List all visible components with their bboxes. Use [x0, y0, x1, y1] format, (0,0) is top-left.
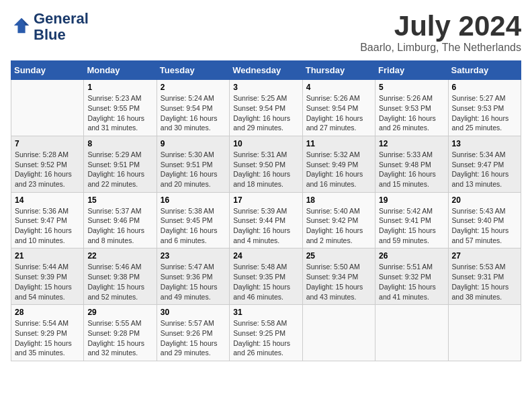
day-cell: 24Sunrise: 5:48 AMSunset: 9:35 PMDayligh… [230, 248, 302, 305]
day-cell: 20Sunrise: 5:43 AMSunset: 9:40 PMDayligh… [448, 192, 521, 248]
day-cell: 6Sunrise: 5:27 AMSunset: 9:53 PMDaylight… [448, 80, 521, 136]
day-number: 8 [87, 139, 152, 148]
header-friday: Friday [375, 61, 448, 80]
day-cell: 3Sunrise: 5:25 AMSunset: 9:54 PMDaylight… [230, 80, 302, 136]
day-detail: Sunrise: 5:55 AMSunset: 9:28 PMDaylight:… [87, 318, 152, 358]
day-cell: 14Sunrise: 5:36 AMSunset: 9:47 PMDayligh… [11, 192, 84, 248]
day-detail: Sunrise: 5:50 AMSunset: 9:34 PMDaylight:… [306, 262, 371, 302]
day-number: 27 [452, 251, 517, 261]
day-detail: Sunrise: 5:53 AMSunset: 9:31 PMDaylight:… [452, 262, 517, 302]
day-cell: 4Sunrise: 5:26 AMSunset: 9:54 PMDaylight… [302, 80, 375, 136]
day-cell: 8Sunrise: 5:29 AMSunset: 9:51 PMDaylight… [84, 136, 157, 192]
day-cell: 27Sunrise: 5:53 AMSunset: 9:31 PMDayligh… [448, 248, 521, 305]
day-detail: Sunrise: 5:42 AMSunset: 9:41 PMDaylight:… [379, 206, 444, 246]
day-cell: 28Sunrise: 5:54 AMSunset: 9:29 PMDayligh… [11, 305, 84, 361]
day-cell [11, 80, 84, 136]
logo-icon [12, 16, 31, 35]
day-detail: Sunrise: 5:39 AMSunset: 9:44 PMDaylight:… [233, 206, 298, 246]
header-saturday: Saturday [448, 61, 521, 80]
day-number: 11 [306, 139, 371, 148]
page-header: General Blue July 2024 Baarlo, Limburg, … [11, 11, 521, 54]
day-detail: Sunrise: 5:27 AMSunset: 9:53 PMDaylight:… [452, 93, 517, 133]
day-detail: Sunrise: 5:34 AMSunset: 9:47 PMDaylight:… [452, 150, 517, 189]
calendar-body: 1Sunrise: 5:23 AMSunset: 9:55 PMDaylight… [11, 80, 521, 361]
day-cell: 21Sunrise: 5:44 AMSunset: 9:39 PMDayligh… [11, 248, 84, 305]
header-wednesday: Wednesday [230, 61, 302, 80]
header-monday: Monday [84, 61, 157, 80]
day-detail: Sunrise: 5:43 AMSunset: 9:40 PMDaylight:… [452, 206, 517, 246]
header-tuesday: Tuesday [157, 61, 229, 80]
week-row-1: 1Sunrise: 5:23 AMSunset: 9:55 PMDaylight… [11, 80, 521, 136]
day-detail: Sunrise: 5:24 AMSunset: 9:54 PMDaylight:… [161, 93, 226, 133]
day-number: 29 [87, 308, 152, 317]
week-row-4: 21Sunrise: 5:44 AMSunset: 9:39 PMDayligh… [11, 248, 521, 305]
day-detail: Sunrise: 5:37 AMSunset: 9:46 PMDaylight:… [87, 206, 152, 246]
day-number: 17 [233, 195, 298, 205]
day-cell: 1Sunrise: 5:23 AMSunset: 9:55 PMDaylight… [84, 80, 157, 136]
day-number: 12 [379, 139, 444, 148]
day-detail: Sunrise: 5:51 AMSunset: 9:32 PMDaylight:… [379, 262, 444, 302]
day-detail: Sunrise: 5:29 AMSunset: 9:51 PMDaylight:… [87, 150, 152, 189]
day-cell [448, 305, 521, 361]
day-number: 10 [233, 139, 298, 148]
day-cell: 17Sunrise: 5:39 AMSunset: 9:44 PMDayligh… [230, 192, 302, 248]
day-detail: Sunrise: 5:46 AMSunset: 9:38 PMDaylight:… [87, 262, 152, 302]
day-cell: 9Sunrise: 5:30 AMSunset: 9:51 PMDaylight… [157, 136, 229, 192]
day-number: 19 [379, 195, 444, 205]
day-cell: 29Sunrise: 5:55 AMSunset: 9:28 PMDayligh… [84, 305, 157, 361]
day-detail: Sunrise: 5:36 AMSunset: 9:47 PMDaylight:… [15, 206, 80, 246]
day-number: 23 [161, 251, 226, 261]
day-detail: Sunrise: 5:57 AMSunset: 9:26 PMDaylight:… [161, 318, 226, 358]
day-number: 1 [87, 83, 152, 92]
day-detail: Sunrise: 5:28 AMSunset: 9:52 PMDaylight:… [15, 150, 80, 189]
day-detail: Sunrise: 5:40 AMSunset: 9:42 PMDaylight:… [306, 206, 371, 246]
day-cell: 5Sunrise: 5:26 AMSunset: 9:53 PMDaylight… [375, 80, 448, 136]
day-number: 28 [15, 308, 80, 317]
day-number: 15 [87, 195, 152, 205]
day-cell: 16Sunrise: 5:38 AMSunset: 9:45 PMDayligh… [157, 192, 229, 248]
title-block: July 2024 Baarlo, Limburg, The Netherlan… [360, 11, 521, 54]
day-detail: Sunrise: 5:23 AMSunset: 9:55 PMDaylight:… [87, 93, 152, 133]
day-detail: Sunrise: 5:26 AMSunset: 9:53 PMDaylight:… [379, 93, 444, 133]
day-number: 6 [452, 83, 517, 92]
day-number: 7 [15, 139, 80, 148]
day-cell: 22Sunrise: 5:46 AMSunset: 9:38 PMDayligh… [84, 248, 157, 305]
day-number: 18 [306, 195, 371, 205]
day-detail: Sunrise: 5:58 AMSunset: 9:25 PMDaylight:… [233, 318, 298, 358]
week-row-3: 14Sunrise: 5:36 AMSunset: 9:47 PMDayligh… [11, 192, 521, 248]
day-detail: Sunrise: 5:25 AMSunset: 9:54 PMDaylight:… [233, 93, 298, 133]
day-cell: 7Sunrise: 5:28 AMSunset: 9:52 PMDaylight… [11, 136, 84, 192]
day-number: 2 [161, 83, 226, 92]
day-detail: Sunrise: 5:38 AMSunset: 9:45 PMDaylight:… [161, 206, 226, 246]
week-row-2: 7Sunrise: 5:28 AMSunset: 9:52 PMDaylight… [11, 136, 521, 192]
day-cell: 13Sunrise: 5:34 AMSunset: 9:47 PMDayligh… [448, 136, 521, 192]
day-cell: 11Sunrise: 5:32 AMSunset: 9:49 PMDayligh… [302, 136, 375, 192]
day-number: 26 [379, 251, 444, 261]
day-detail: Sunrise: 5:31 AMSunset: 9:50 PMDaylight:… [233, 150, 298, 189]
day-detail: Sunrise: 5:30 AMSunset: 9:51 PMDaylight:… [161, 150, 226, 189]
day-detail: Sunrise: 5:54 AMSunset: 9:29 PMDaylight:… [15, 318, 80, 358]
day-cell: 25Sunrise: 5:50 AMSunset: 9:34 PMDayligh… [302, 248, 375, 305]
logo-text: General Blue [34, 11, 89, 43]
day-number: 3 [233, 83, 298, 92]
location: Baarlo, Limburg, The Netherlands [360, 42, 521, 54]
day-number: 5 [379, 83, 444, 92]
day-cell: 19Sunrise: 5:42 AMSunset: 9:41 PMDayligh… [375, 192, 448, 248]
day-detail: Sunrise: 5:47 AMSunset: 9:36 PMDaylight:… [161, 262, 226, 302]
day-detail: Sunrise: 5:44 AMSunset: 9:39 PMDaylight:… [15, 262, 80, 302]
day-number: 20 [452, 195, 517, 205]
day-number: 21 [15, 251, 80, 261]
day-cell: 31Sunrise: 5:58 AMSunset: 9:25 PMDayligh… [230, 305, 302, 361]
day-number: 14 [15, 195, 80, 205]
header-thursday: Thursday [302, 61, 375, 80]
day-detail: Sunrise: 5:32 AMSunset: 9:49 PMDaylight:… [306, 150, 371, 189]
calendar-header-row: SundayMondayTuesdayWednesdayThursdayFrid… [11, 61, 521, 80]
day-cell: 2Sunrise: 5:24 AMSunset: 9:54 PMDaylight… [157, 80, 229, 136]
calendar-table: SundayMondayTuesdayWednesdayThursdayFrid… [11, 60, 521, 361]
day-cell [302, 305, 375, 361]
day-detail: Sunrise: 5:48 AMSunset: 9:35 PMDaylight:… [233, 262, 298, 302]
month-title: July 2024 [360, 11, 521, 42]
day-cell: 15Sunrise: 5:37 AMSunset: 9:46 PMDayligh… [84, 192, 157, 248]
day-cell: 12Sunrise: 5:33 AMSunset: 9:48 PMDayligh… [375, 136, 448, 192]
day-cell: 26Sunrise: 5:51 AMSunset: 9:32 PMDayligh… [375, 248, 448, 305]
